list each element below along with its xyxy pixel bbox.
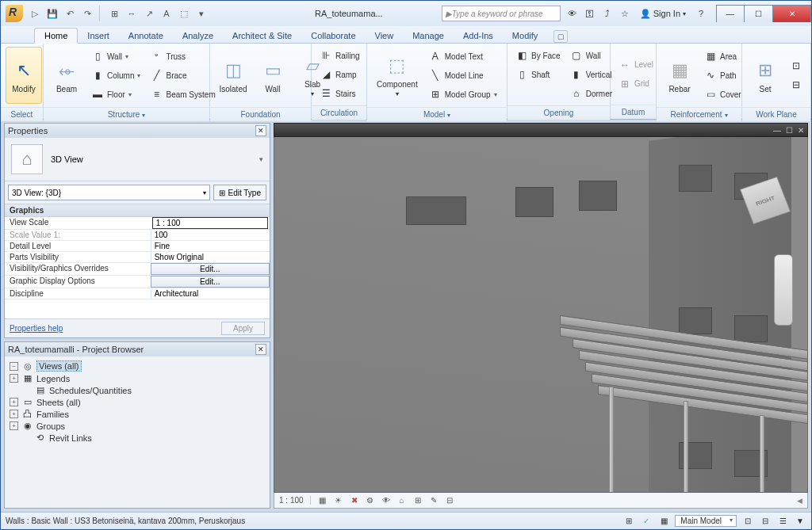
navigation-bar[interactable] xyxy=(774,254,793,326)
qat-icon[interactable]: A xyxy=(159,6,174,21)
path-button[interactable]: ∿Path xyxy=(701,67,745,84)
beam-system-button[interactable]: ≡Beam System xyxy=(147,86,218,103)
qat-icon[interactable]: ⊞ xyxy=(107,6,121,21)
minimize-button[interactable]: — xyxy=(716,5,745,22)
properties-help-link[interactable]: Properties help xyxy=(10,324,63,333)
view-min-icon[interactable]: — xyxy=(773,126,781,135)
vc-icon[interactable]: ⚙ xyxy=(365,495,376,506)
share-icon[interactable]: ⤴ xyxy=(600,6,615,21)
property-row[interactable]: View Scale1 : 100 xyxy=(5,217,270,230)
qat-icon[interactable]: ↔ xyxy=(124,6,139,21)
status-icon[interactable]: ⊡ xyxy=(741,515,754,528)
property-row[interactable]: DisciplineArchitectural xyxy=(5,288,270,299)
area-button[interactable]: ▦Area xyxy=(701,48,745,65)
view-type-icon[interactable]: ⌂ xyxy=(11,144,43,174)
property-value[interactable]: 1 : 100 xyxy=(152,217,268,229)
close-icon[interactable]: ✕ xyxy=(255,344,266,355)
panel-label[interactable]: Reinforcement xyxy=(657,107,741,121)
railing-button[interactable]: ⊪Railing xyxy=(316,47,363,64)
tab-analyze[interactable]: Analyze xyxy=(173,29,223,43)
byface-button[interactable]: ◧By Face xyxy=(512,47,564,64)
property-value[interactable]: Edit... xyxy=(151,263,270,275)
property-value[interactable]: 100 xyxy=(151,230,270,240)
vc-icon[interactable]: ✖ xyxy=(349,495,360,506)
property-group[interactable]: Graphics xyxy=(5,204,270,217)
wall-button[interactable]: ▯Wall xyxy=(88,48,144,65)
vc-icon[interactable]: ☀ xyxy=(333,495,344,506)
app-icon[interactable] xyxy=(6,5,23,22)
tab-manage[interactable]: Manage xyxy=(403,29,454,43)
vc-icon[interactable]: ⊞ xyxy=(412,495,423,506)
tree-item[interactable]: −◎Views (all) xyxy=(10,360,265,372)
dormer-button[interactable]: ⌂Dormer xyxy=(567,85,615,102)
tree-item[interactable]: +▦Legends xyxy=(10,372,265,384)
status-icon[interactable]: ✓ xyxy=(640,515,653,528)
tab-home[interactable]: Home xyxy=(34,28,78,44)
rebar-button[interactable]: ▦Rebar xyxy=(661,47,698,104)
modify-button[interactable]: ↖ Modify xyxy=(6,47,42,104)
expand-icon[interactable]: + xyxy=(10,398,18,406)
instance-selector[interactable]: 3D View: {3D}▾ xyxy=(8,185,210,200)
vc-icon[interactable]: 👁 xyxy=(381,495,392,506)
expand-icon[interactable]: + xyxy=(10,421,18,430)
tab-insert[interactable]: Insert xyxy=(78,29,119,43)
model-text-button[interactable]: AModel Text xyxy=(426,48,500,65)
floor-button[interactable]: ▬Floor xyxy=(88,86,144,103)
expand-icon[interactable]: + xyxy=(10,374,18,383)
panel-label[interactable]: Model xyxy=(367,107,507,121)
key-icon[interactable]: ⚿ xyxy=(583,6,597,21)
binoculars-icon[interactable]: 👁 xyxy=(565,6,580,21)
expand-icon[interactable]: − xyxy=(10,362,18,371)
status-icon[interactable]: ▦ xyxy=(657,515,670,528)
vc-icon[interactable]: ⌂ xyxy=(396,495,408,506)
status-icon[interactable]: ⊟ xyxy=(759,515,772,528)
status-icon[interactable]: ⊞ xyxy=(622,515,635,528)
maximize-button[interactable]: ☐ xyxy=(745,5,773,22)
tree-item[interactable]: +▭Sheets (all) xyxy=(10,396,265,408)
undo-icon[interactable]: ↶ xyxy=(63,6,77,21)
tab-annotate[interactable]: Annotate xyxy=(119,29,173,43)
property-row[interactable]: Parts VisibilityShow Original xyxy=(5,252,270,263)
grid-button[interactable]: ⊞Grid xyxy=(615,75,657,93)
close-icon[interactable]: ✕ xyxy=(255,125,266,136)
property-row[interactable]: Detail LevelFine xyxy=(5,241,270,252)
qat-dropdown-icon[interactable]: ▾ xyxy=(194,6,209,21)
tab-addins[interactable]: Add-Ins xyxy=(454,29,503,43)
tree-item[interactable]: +◉Groups xyxy=(10,420,265,432)
beam-button[interactable]: ⬰ Beam xyxy=(48,47,85,104)
status-icon[interactable]: ☰ xyxy=(776,515,789,528)
tab-collaborate[interactable]: Collaborate xyxy=(301,29,365,43)
tree-item[interactable]: ▤Schedules/Quantities xyxy=(10,384,265,396)
column-button[interactable]: ▮Column xyxy=(88,67,144,84)
property-row[interactable]: Visibility/Graphics OverridesEdit... xyxy=(5,263,270,276)
ramp-button[interactable]: ◢Ramp xyxy=(316,66,363,83)
set-button[interactable]: ⊞Set xyxy=(747,47,783,104)
foundation-wall-button[interactable]: ▭Wall xyxy=(255,47,291,104)
star-icon[interactable]: ☆ xyxy=(618,6,632,21)
property-row[interactable]: Scale Value 1:100 xyxy=(5,230,270,241)
search-input[interactable]: ▶ Type a keyword or phrase xyxy=(442,6,561,21)
panel-label[interactable]: Structure xyxy=(44,107,209,121)
truss-button[interactable]: 𐤏Truss xyxy=(147,48,218,65)
tab-view[interactable]: View xyxy=(366,29,404,43)
qat-icon[interactable]: ⬚ xyxy=(177,6,191,21)
dropdown-icon[interactable]: ▾ xyxy=(259,155,263,163)
ribbon-minimize-icon[interactable]: ▢ xyxy=(553,30,568,43)
open-icon[interactable]: ▷ xyxy=(28,6,42,21)
property-row[interactable]: Graphic Display OptionsEdit... xyxy=(5,276,270,288)
opening-wall-button[interactable]: ▢Wall xyxy=(567,47,615,64)
close-button[interactable]: ✕ xyxy=(773,5,811,22)
sign-in-button[interactable]: 👤 Sign In ▾ xyxy=(635,7,691,21)
vc-icon[interactable]: ▦ xyxy=(317,495,328,506)
model-group-button[interactable]: ⊞Model Group xyxy=(426,86,500,103)
scroll-left-icon[interactable]: ◀ xyxy=(797,497,802,505)
tab-architect-site[interactable]: Architect & Site xyxy=(223,29,301,43)
qat-icon[interactable]: ↗ xyxy=(142,6,156,21)
tree-item[interactable]: ⟲Revit Links xyxy=(10,432,265,444)
tree-item[interactable]: +凸Families xyxy=(10,408,265,420)
level-button[interactable]: ↔Level xyxy=(615,56,657,74)
view-scale[interactable]: 1 : 100 xyxy=(279,496,311,505)
view-close-icon[interactable]: ✕ xyxy=(798,126,804,135)
vc-icon[interactable]: ⊟ xyxy=(444,495,455,506)
viewport-3d[interactable]: RIGHT xyxy=(274,137,808,493)
